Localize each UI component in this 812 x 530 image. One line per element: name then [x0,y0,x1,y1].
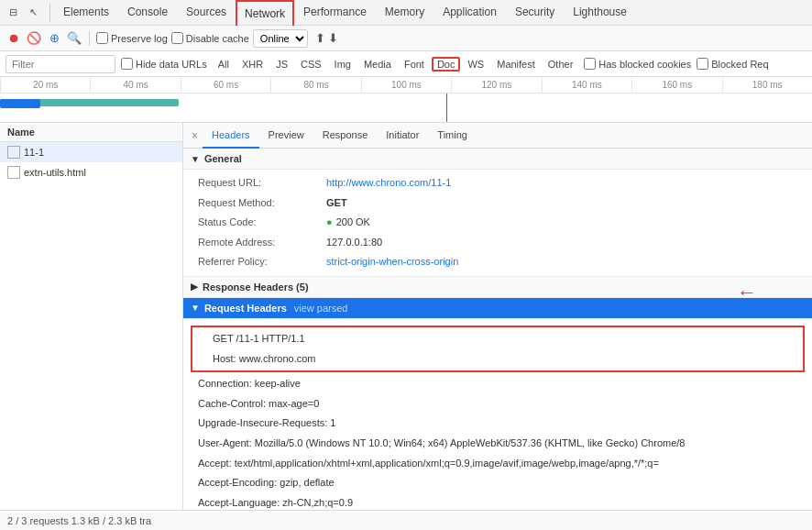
sep1 [89,31,90,46]
timeline-bars [0,94,812,123]
status-bar: 2 / 3 requests 1.3 kB / 2.3 kB tra [0,510,812,530]
request-headers-arrow: ▼ [191,303,200,313]
filter-img[interactable]: Img [329,58,357,71]
cursor-icon[interactable]: ↖ [24,4,42,22]
mark-3: 80 ms [270,77,360,93]
blocked-req-label[interactable]: Blocked Req [697,58,768,70]
detail-tab-preview[interactable]: Preview [259,123,313,149]
status-code-label: Status Code: [198,215,326,231]
mark-7: 160 ms [631,77,721,93]
preserve-log-label[interactable]: Preserve log [96,32,168,44]
req-header-row-6: Accept: text/html,application/xhtml+xml,… [183,454,812,474]
filter-btn[interactable]: ⊕ [46,30,62,47]
tab-performance[interactable]: Performance [294,0,376,26]
filter-types: All XHR JS CSS Img Media Font Doc WS Man… [213,57,579,72]
general-arrow: ▼ [191,154,200,164]
search-btn[interactable]: 🔍 [66,30,82,47]
main-area: Name 11-1 extn-utils.html × Headers Prev… [0,123,812,510]
filter-xhr[interactable]: XHR [236,58,269,71]
filter-font[interactable]: Font [399,58,430,71]
filter-doc[interactable]: Doc [432,57,461,72]
req-header-row-4: Upgrade-Insecure-Requests: 1 [183,414,812,434]
view-parsed-btn[interactable]: view parsed [294,303,348,314]
timeline-ruler: 20 ms 40 ms 60 ms 80 ms 100 ms 120 ms 14… [0,77,812,94]
req-header-row-0: GET /11-1 HTTP/1.1 [198,329,797,349]
timeline-bar-2 [0,99,40,108]
close-detail-btn[interactable]: × [187,127,203,144]
filter-ws[interactable]: WS [462,58,489,71]
request-method-label: Request Method: [198,195,326,212]
filter-manifest[interactable]: Manifest [491,58,541,71]
filter-css[interactable]: CSS [295,58,327,71]
tab-network[interactable]: Network [236,0,294,26]
request-url-value: http://www.chrono.com/11-1 [326,175,451,192]
request-method-row: Request Method: GET [183,193,812,214]
tab-elements[interactable]: Elements [54,0,118,26]
detail-tab-initiator[interactable]: Initiator [377,123,428,149]
mark-0: 20 ms [0,77,90,93]
detail-tabs: × Headers Preview Response Initiator Tim… [183,123,812,149]
filter-input[interactable] [5,55,115,73]
file-item-0[interactable]: 11-1 [0,142,182,162]
disable-cache-label[interactable]: Disable cache [171,32,249,44]
file-name-1: extn-utils.html [24,167,86,178]
export-btn[interactable]: ⬇ [328,31,338,45]
mark-8: 180 ms [722,77,812,93]
tab-security[interactable]: Security [506,0,564,26]
network-toolbar: ⏺ 🚫 ⊕ 🔍 Preserve log Disable cache Onlin… [0,26,812,51]
timeline-cursor [446,94,447,123]
request-headers-section-header[interactable]: ▼ Request Headers view parsed [183,298,812,319]
req-header-row-8: Accept-Language: zh-CN,zh;q=0.9 [183,493,812,510]
request-url-label: Request URL: [198,175,326,192]
response-headers-title: Response Headers (5) [203,282,309,293]
status-text: 2 / 3 requests 1.3 kB / 2.3 kB tra [7,515,151,526]
tab-console[interactable]: Console [118,0,177,26]
response-headers-arrow: ▶ [191,282,198,292]
request-headers-content: GET /11-1 HTTP/1.1 Host: www.chrono.com … [183,319,812,510]
clear-btn[interactable]: 🚫 [26,30,42,47]
dock-icon[interactable]: ⊟ [4,4,22,22]
filter-row: Hide data URLs All XHR JS CSS Img Media … [0,51,812,77]
file-icon-0 [7,146,20,159]
record-btn[interactable]: ⏺ [5,30,22,47]
file-name-0: 11-1 [24,147,44,158]
disable-cache-checkbox[interactable] [171,32,183,44]
request-url-row: Request URL: http://www.chrono.com/11-1 [183,173,812,193]
filter-other[interactable]: Other [543,58,579,71]
req-header-row-7: Accept-Encoding: gzip, deflate [183,473,812,493]
tab-lighthouse[interactable]: Lighthouse [564,0,636,26]
hide-data-urls-label[interactable]: Hide data URLs [121,58,207,70]
mark-1: 40 ms [90,77,180,93]
import-btn[interactable]: ⬆ [315,31,325,45]
blocked-req-checkbox[interactable] [697,58,708,70]
tab-bar: ⊟ ↖ Elements Console Sources Network Per… [0,0,812,26]
req-header-row-2: Connection: keep-alive [183,374,812,394]
network-throttle-select[interactable]: Online [253,29,308,48]
hide-data-urls-checkbox[interactable] [121,58,133,70]
remote-address-row: Remote Address: 127.0.0.1:80 [183,233,812,253]
detail-tab-timing[interactable]: Timing [428,123,477,149]
detail-tab-headers[interactable]: Headers [203,123,259,149]
tab-sources[interactable]: Sources [177,0,236,26]
filter-all[interactable]: All [213,58,235,71]
status-code-row: Status Code: 200 OK [183,213,812,233]
req-header-row-1: Host: www.chrono.com [198,349,797,370]
tab-application[interactable]: Application [433,0,506,26]
mark-4: 100 ms [361,77,451,93]
file-item-1[interactable]: extn-utils.html [0,162,182,182]
referrer-policy-row: Referrer Policy: strict-origin-when-cros… [183,252,812,272]
has-blocked-cookies-checkbox[interactable] [584,58,596,70]
request-header-boxed: GET /11-1 HTTP/1.1 Host: www.chrono.com [191,326,805,372]
general-section-header[interactable]: ▼ General [183,149,812,170]
request-method-value: GET [326,195,347,212]
remote-address-value: 127.0.0.1:80 [326,235,382,251]
filter-js[interactable]: JS [270,58,293,71]
filter-media[interactable]: Media [358,58,397,71]
detail-content: ▼ General Request URL: http://www.chrono… [183,149,812,510]
tab-memory[interactable]: Memory [376,0,433,26]
mark-5: 120 ms [451,77,541,93]
detail-tab-response[interactable]: Response [313,123,378,149]
response-headers-section-header[interactable]: ▶ Response Headers (5) [183,277,812,298]
preserve-log-checkbox[interactable] [96,32,108,44]
has-blocked-cookies-label[interactable]: Has blocked cookies [584,58,691,70]
